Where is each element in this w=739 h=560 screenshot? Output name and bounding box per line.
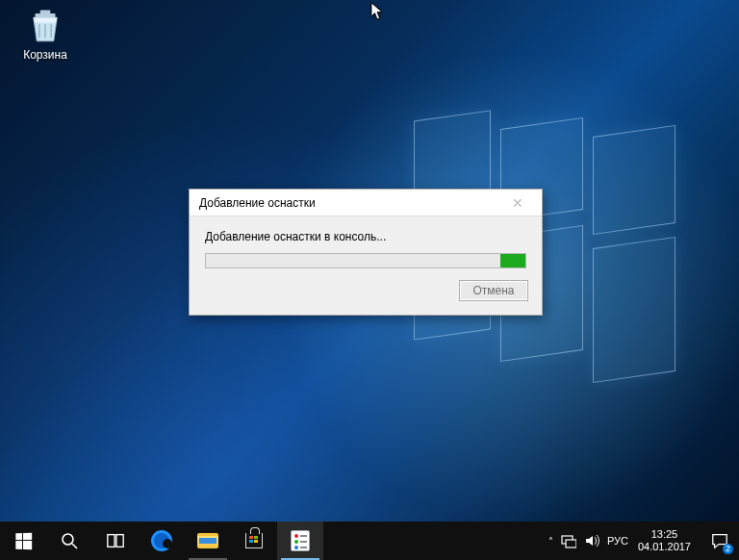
tray-date: 04.01.2017 xyxy=(638,541,691,553)
edge-icon xyxy=(151,530,172,551)
volume-icon[interactable] xyxy=(584,533,599,548)
notification-badge: 2 xyxy=(723,544,733,554)
svg-rect-7 xyxy=(566,540,576,547)
desktop-icon-label: Корзина xyxy=(23,48,67,62)
desktop[interactable]: Корзина Добавление оснастки ✕ Добавление… xyxy=(0,0,739,522)
search-icon xyxy=(60,531,79,550)
cancel-button[interactable]: Отмена xyxy=(459,280,528,301)
svg-line-3 xyxy=(72,544,77,548)
cursor-icon xyxy=(370,2,384,21)
dialog-add-snapin: Добавление оснастки ✕ Добавление оснастк… xyxy=(189,189,543,316)
taskbar: ˄ РУС 13:25 04.01.2017 2 xyxy=(0,522,739,560)
network-icon[interactable] xyxy=(561,533,576,548)
taskbar-app-mmc[interactable] xyxy=(277,522,323,560)
taskbar-spacer xyxy=(323,522,543,560)
task-view-icon xyxy=(106,531,125,550)
store-icon xyxy=(245,533,263,548)
wallpaper-pane xyxy=(593,125,675,235)
wallpaper-pane xyxy=(593,237,675,383)
svg-rect-4 xyxy=(108,535,115,547)
svg-rect-5 xyxy=(116,535,123,547)
task-view-button[interactable] xyxy=(92,522,139,560)
action-center-button[interactable]: 2 xyxy=(701,522,739,560)
tray-clock[interactable]: 13:25 04.01.2017 xyxy=(636,528,693,553)
file-explorer-icon xyxy=(197,533,218,548)
taskbar-app-store[interactable] xyxy=(231,522,277,560)
svg-rect-1 xyxy=(40,10,51,13)
dialog-message: Добавление оснастки в консоль... xyxy=(205,230,526,243)
taskbar-app-edge[interactable] xyxy=(139,522,185,560)
desktop-icon-recycle-bin[interactable]: Корзина xyxy=(13,6,77,62)
start-button[interactable] xyxy=(0,522,46,560)
dialog-title: Добавление оснастки xyxy=(199,196,497,210)
search-button[interactable] xyxy=(46,522,92,560)
close-button: ✕ xyxy=(497,192,538,214)
svg-point-2 xyxy=(63,534,73,545)
taskbar-app-explorer[interactable] xyxy=(185,522,231,560)
tray-overflow-button[interactable]: ˄ xyxy=(548,536,553,547)
tray-language[interactable]: РУС xyxy=(607,535,628,547)
progress-bar-fill xyxy=(500,254,525,267)
progress-bar xyxy=(205,253,526,268)
dialog-titlebar[interactable]: Добавление оснастки ✕ xyxy=(190,190,542,216)
recycle-bin-icon xyxy=(25,6,65,46)
windows-logo-icon xyxy=(15,532,32,549)
system-tray: ˄ РУС 13:25 04.01.2017 xyxy=(543,522,701,560)
mmc-icon xyxy=(291,530,310,551)
tray-time: 13:25 xyxy=(651,528,678,541)
